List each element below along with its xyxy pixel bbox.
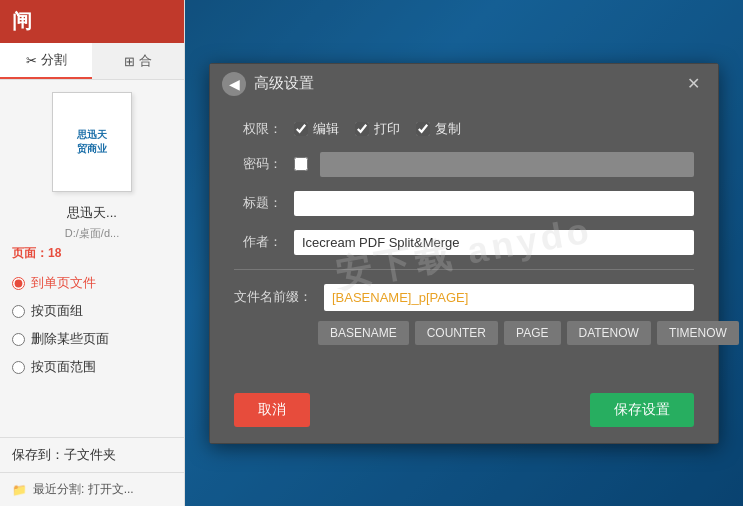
doc-pages: 页面：18 xyxy=(0,245,184,262)
token-basename[interactable]: BASENAME xyxy=(318,321,409,345)
dialog-title-left: ◀ 高级设置 xyxy=(222,72,314,96)
author-row: 作者： xyxy=(234,230,694,255)
print-label: 打印 xyxy=(374,120,400,138)
token-page[interactable]: PAGE xyxy=(504,321,560,345)
author-label: 作者： xyxy=(234,233,282,251)
print-checkbox-item[interactable]: 打印 xyxy=(355,120,400,138)
copy-checkbox[interactable] xyxy=(416,122,430,136)
token-datenow[interactable]: DATENOW xyxy=(567,321,651,345)
title-input[interactable] xyxy=(294,191,694,216)
dialog-title: 高级设置 xyxy=(254,74,314,93)
sidebar: 闸 ✂ 分割 ⊞ 合 思迅天贸商业 思迅天... D:/桌面/d... 页面：1… xyxy=(0,0,185,506)
edit-label: 编辑 xyxy=(313,120,339,138)
doc-title: 思迅天... xyxy=(0,204,184,222)
merge-icon: ⊞ xyxy=(124,54,135,69)
tab-split-label: 分割 xyxy=(41,51,67,69)
title-field-label: 标题： xyxy=(234,194,282,212)
print-checkbox[interactable] xyxy=(355,122,369,136)
password-input[interactable] xyxy=(320,152,694,177)
save-button[interactable]: 保存设置 xyxy=(590,393,694,427)
dialog-body: 权限： 编辑 打印 复制 xyxy=(210,104,718,381)
dialog-overlay: ◀ 高级设置 ✕ 权限： 编辑 打印 xyxy=(185,0,743,506)
edit-checkbox-item[interactable]: 编辑 xyxy=(294,120,339,138)
tab-merge[interactable]: ⊞ 合 xyxy=(92,43,184,79)
app-logo: 闸 xyxy=(12,8,32,35)
folder-icon: 📁 xyxy=(12,483,27,497)
divider xyxy=(234,269,694,270)
filename-row: 文件名前缀： xyxy=(234,284,694,311)
advanced-settings-dialog: ◀ 高级设置 ✕ 权限： 编辑 打印 xyxy=(209,63,719,444)
radio-group: 到单页文件 按页面组 删除某些页面 按页面范围 xyxy=(0,274,184,386)
radio-delete-pages[interactable]: 删除某些页面 xyxy=(12,330,172,348)
author-input[interactable] xyxy=(294,230,694,255)
permissions-row: 权限： 编辑 打印 复制 xyxy=(234,120,694,138)
cancel-button[interactable]: 取消 xyxy=(234,393,310,427)
dialog-footer: 取消 保存设置 xyxy=(210,381,718,443)
doc-path: D:/桌面/d... xyxy=(0,226,184,241)
doc-preview: 思迅天贸商业 xyxy=(52,92,132,192)
password-label: 密码： xyxy=(234,155,282,173)
token-buttons: BASENAME COUNTER PAGE DATENOW TIMENOW xyxy=(318,321,694,345)
edit-checkbox[interactable] xyxy=(294,122,308,136)
save-to: 保存到：子文件夹 xyxy=(0,437,184,472)
close-button[interactable]: ✕ xyxy=(681,72,706,95)
token-counter[interactable]: COUNTER xyxy=(415,321,498,345)
copy-checkbox-item[interactable]: 复制 xyxy=(416,120,461,138)
radio-single-page[interactable]: 到单页文件 xyxy=(12,274,172,292)
token-timenow[interactable]: TIMENOW xyxy=(657,321,739,345)
permissions-label: 权限： xyxy=(234,120,282,138)
filename-input[interactable] xyxy=(324,284,694,311)
copy-label: 复制 xyxy=(435,120,461,138)
password-checkbox[interactable] xyxy=(294,157,308,171)
filename-label: 文件名前缀： xyxy=(234,288,312,306)
sidebar-tabs: ✂ 分割 ⊞ 合 xyxy=(0,43,184,80)
split-icon: ✂ xyxy=(26,53,37,68)
tab-split[interactable]: ✂ 分割 xyxy=(0,43,92,79)
sidebar-header: 闸 xyxy=(0,0,184,43)
permissions-checkboxes: 编辑 打印 复制 xyxy=(294,120,461,138)
radio-page-range[interactable]: 按页面范围 xyxy=(12,358,172,376)
back-button[interactable]: ◀ xyxy=(222,72,246,96)
title-row: 标题： xyxy=(234,191,694,216)
radio-page-group[interactable]: 按页面组 xyxy=(12,302,172,320)
password-row: 密码： xyxy=(234,152,694,177)
dialog-titlebar: ◀ 高级设置 ✕ xyxy=(210,64,718,104)
doc-logo: 思迅天贸商业 xyxy=(77,128,107,156)
open-recent: 📁 最近分割: 打开文... xyxy=(0,472,184,506)
tab-merge-label: 合 xyxy=(139,52,152,70)
